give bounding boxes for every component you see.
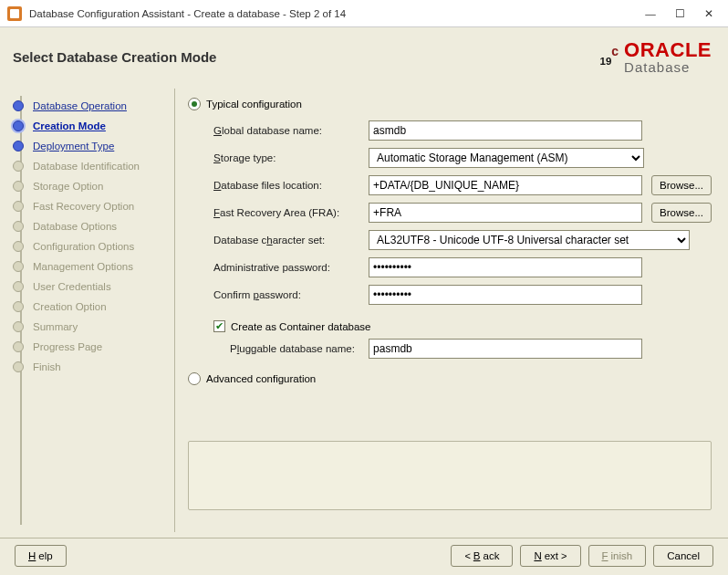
page-title: Select Database Creation Mode xyxy=(13,49,600,65)
content-area: Typical configuration Global database na… xyxy=(175,83,728,538)
page-header: Select Database Creation Mode 19c ORACLE… xyxy=(0,27,728,83)
step-label: Fast Recovery Option xyxy=(33,201,134,212)
step-label[interactable]: Creation Mode xyxy=(33,120,106,131)
step-dot-icon xyxy=(13,341,24,352)
fra-label: Fast Recovery Area (FRA): xyxy=(213,207,369,218)
step-label[interactable]: Deployment Type xyxy=(33,141,114,152)
storage-type-label: Storage type: xyxy=(213,152,369,163)
db-files-label: Database files location: xyxy=(213,180,369,191)
step-label: Configuration Options xyxy=(33,241,134,252)
nav-step-9: User Credentials xyxy=(0,277,174,297)
step-navigator: Database OperationCreation ModeDeploymen… xyxy=(0,83,174,538)
db-files-input[interactable] xyxy=(369,175,642,195)
radio-typical[interactable]: Typical configuration xyxy=(188,98,712,110)
admin-pwd-input[interactable] xyxy=(369,257,642,277)
maximize-icon[interactable]: ☐ xyxy=(673,7,686,20)
nav-step-12: Progress Page xyxy=(0,337,174,357)
step-label: Finish xyxy=(33,361,61,372)
step-label: Creation Option xyxy=(33,301,107,312)
step-label: Database Identification xyxy=(33,161,140,172)
confirm-pwd-input[interactable] xyxy=(369,285,642,305)
nav-step-2[interactable]: Deployment Type xyxy=(0,136,174,156)
step-label: User Credentials xyxy=(33,281,111,292)
step-label: Progress Page xyxy=(33,341,102,352)
confirm-pwd-label: Confirm password: xyxy=(213,289,369,300)
step-dot-icon xyxy=(13,301,24,312)
charset-label: Database character set: xyxy=(213,235,369,246)
app-icon xyxy=(7,6,22,21)
step-dot-icon xyxy=(13,241,24,252)
finish-button: Finish xyxy=(588,545,647,567)
step-label: Management Options xyxy=(33,261,133,272)
title-bar: Database Configuration Assistant - Creat… xyxy=(0,0,728,27)
step-dot-icon xyxy=(13,100,24,111)
nav-step-5: Fast Recovery Option xyxy=(0,196,174,216)
fra-input[interactable] xyxy=(369,203,642,223)
nav-step-8: Management Options xyxy=(0,256,174,277)
step-dot-icon xyxy=(13,201,24,212)
brand-logo: 19c ORACLE Database xyxy=(600,40,712,74)
nav-step-1[interactable]: Creation Mode xyxy=(0,116,174,136)
step-dot-icon xyxy=(13,261,24,272)
nav-step-7: Configuration Options xyxy=(0,236,174,256)
step-dot-icon xyxy=(13,161,24,172)
nav-step-11: Summary xyxy=(0,317,174,337)
close-icon[interactable]: ✕ xyxy=(702,7,715,20)
radio-icon[interactable] xyxy=(188,372,201,385)
step-label[interactable]: Database Operation xyxy=(33,100,127,111)
window-title: Database Configuration Assistant - Creat… xyxy=(29,8,644,19)
global-db-input[interactable] xyxy=(369,120,642,141)
radio-advanced[interactable]: Advanced configuration xyxy=(188,372,712,385)
pdb-label: Pluggable database name: xyxy=(230,343,369,354)
step-dot-icon xyxy=(13,181,24,192)
step-label: Summary xyxy=(33,321,78,332)
browse-files-button[interactable]: Browse... xyxy=(651,175,712,195)
step-label: Database Options xyxy=(33,221,117,232)
storage-type-select[interactable]: Automatic Storage Management (ASM) xyxy=(369,148,644,168)
step-dot-icon xyxy=(13,361,24,372)
nav-step-10: Creation Option xyxy=(0,297,174,317)
cancel-button[interactable]: Cancel xyxy=(653,545,713,567)
help-button[interactable]: Help xyxy=(15,545,67,567)
nav-step-6: Database Options xyxy=(0,216,174,236)
back-button[interactable]: < Back xyxy=(451,545,513,567)
nav-step-3: Database Identification xyxy=(0,156,174,176)
step-dot-icon xyxy=(13,281,24,292)
step-label: Storage Option xyxy=(33,181,103,192)
next-button[interactable]: Next > xyxy=(520,545,580,567)
message-box xyxy=(188,441,712,510)
step-dot-icon xyxy=(13,141,24,152)
footer-bar: Help < Back Next > Finish Cancel xyxy=(0,538,728,572)
nav-step-4: Storage Option xyxy=(0,176,174,196)
step-dot-icon xyxy=(13,221,24,232)
nav-step-13: Finish xyxy=(0,357,174,377)
global-db-label: Global database name: xyxy=(213,125,369,136)
checkbox-icon[interactable]: ✔ xyxy=(213,320,225,332)
pdb-input[interactable] xyxy=(369,339,642,359)
step-dot-icon xyxy=(13,321,24,332)
charset-select[interactable]: AL32UTF8 - Unicode UTF-8 Universal chara… xyxy=(369,230,690,250)
admin-pwd-label: Administrative password: xyxy=(213,262,369,273)
container-checkbox-row[interactable]: ✔ Create as Container database xyxy=(213,320,712,332)
minimize-icon[interactable]: — xyxy=(644,7,657,20)
step-dot-icon xyxy=(13,120,24,131)
radio-icon[interactable] xyxy=(188,98,201,110)
nav-step-0[interactable]: Database Operation xyxy=(0,96,174,116)
browse-fra-button[interactable]: Browse... xyxy=(651,203,712,223)
